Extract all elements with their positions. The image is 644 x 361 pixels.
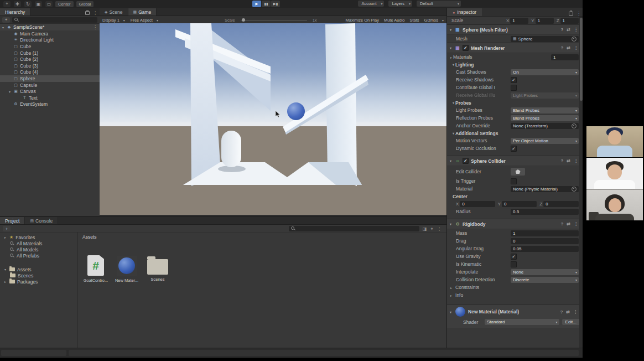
shader-edit-button[interactable]: Edit...	[562, 319, 580, 325]
status-message-area[interactable]	[69, 350, 579, 356]
reflection-probes-dropdown[interactable]: Blend Probes	[511, 115, 579, 121]
edit-collider-button[interactable]	[511, 168, 525, 176]
game-viewport[interactable]	[100, 23, 446, 215]
hierarchy-item-capsule[interactable]: ▢Capsule	[0, 82, 100, 89]
hierarchy-item-canvas[interactable]: ▣Canvas	[0, 88, 100, 95]
mesh-object-field[interactable]: ▦ Sphere	[511, 36, 579, 42]
layers-dropdown[interactable]: Layers	[388, 1, 412, 7]
hierarchy-item-main-camera[interactable]: ◉Main Camera	[0, 30, 100, 37]
help-icon[interactable]: ?	[560, 27, 563, 32]
mesh-filter-header[interactable]: ▦ Sphere (Mesh Filter) ?⇄⋮	[447, 24, 583, 35]
radius-field[interactable]: 0.5	[511, 209, 579, 215]
hidden-packages-icon[interactable]: ⋮	[437, 226, 442, 231]
dynamic-occlusion-checkbox[interactable]: ✓	[511, 146, 517, 152]
preset-icon[interactable]: ⇄	[567, 27, 570, 32]
scene-root-row[interactable]: ◆ SampleScene* ⋮	[0, 24, 100, 30]
use-gravity-checkbox[interactable]: ✓	[511, 254, 517, 260]
tab-project[interactable]: Project	[0, 217, 25, 224]
light-probes-dropdown[interactable]: Blend Probes	[511, 107, 579, 114]
drag-field[interactable]: 0	[511, 238, 579, 244]
pan-tool-icon[interactable]: ⌖	[3, 1, 11, 7]
favorites-group[interactable]: ★ Favorites	[0, 234, 77, 240]
hierarchy-search-input[interactable]	[12, 17, 97, 23]
search-by-label-icon[interactable]: ✦	[430, 226, 434, 231]
hierarchy-item-sphere[interactable]: ▢Sphere	[0, 75, 100, 82]
object-picker-icon[interactable]	[572, 37, 577, 42]
materials-count-field[interactable]: 1	[551, 54, 579, 60]
search-by-type-icon[interactable]: ◨	[423, 226, 427, 231]
asset-new-material[interactable]: New Mater...	[112, 256, 141, 283]
component-enabled-checkbox[interactable]: ✓	[463, 158, 469, 164]
tab-console[interactable]: ▤ Console	[25, 217, 58, 224]
scenes-folder[interactable]: Scenes	[0, 272, 77, 279]
pivot-global-button[interactable]: Global	[76, 1, 94, 7]
hierarchy-item-eventsystem[interactable]: ⚙EventSystem	[0, 101, 100, 108]
scale-y-field[interactable]: 1	[536, 18, 554, 24]
pivot-center-button[interactable]: Center	[55, 1, 74, 7]
scale-slider[interactable]	[241, 20, 307, 20]
kebab-menu-icon[interactable]: ⋮	[93, 11, 97, 16]
mass-field[interactable]: 1	[511, 230, 579, 236]
scale-tool-icon[interactable]: ▣	[35, 1, 42, 7]
stats-button[interactable]: Stats	[409, 18, 419, 23]
motion-vectors-dropdown[interactable]: Per Object Motion	[511, 138, 579, 144]
probes-foldout[interactable]: Probes	[447, 99, 583, 106]
kebab-menu-icon[interactable]: ⋮	[574, 45, 578, 50]
tab-scene[interactable]: ◈ Scene	[100, 8, 128, 16]
interpolate-dropdown[interactable]: None	[511, 269, 579, 275]
additional-settings-foldout[interactable]: Additional Settings	[447, 130, 583, 137]
object-picker-icon[interactable]	[572, 187, 577, 192]
center-x-field[interactable]: 0	[460, 201, 495, 207]
component-enabled-checkbox[interactable]: ✓	[463, 45, 469, 51]
kebab-menu-icon[interactable]: ⋮	[574, 27, 578, 32]
assets-folder-root[interactable]: Assets	[0, 266, 77, 272]
asset-scenes-folder[interactable]: Scenes	[143, 256, 172, 282]
favorites-all-models[interactable]: All Models	[0, 246, 77, 252]
create-button[interactable]: +	[2, 17, 10, 23]
lock-icon[interactable]	[85, 11, 90, 15]
help-icon[interactable]: ?	[560, 221, 563, 226]
hierarchy-item-cube-4[interactable]: ▢Cube (4)	[0, 69, 100, 76]
rect-tool-icon[interactable]: ▭	[45, 1, 53, 7]
is-kinematic-checkbox[interactable]	[511, 261, 517, 267]
kebab-menu-icon[interactable]: ⋮	[93, 25, 97, 30]
physic-material-field[interactable]: None (Physic Material)	[511, 186, 579, 192]
collision-detection-dropdown[interactable]: Discrete	[511, 277, 579, 283]
kebab-menu-icon[interactable]: ⋮	[577, 11, 581, 16]
kebab-menu-icon[interactable]: ⋮	[574, 158, 578, 163]
material-header[interactable]: New Material (Material) ?⇄⋮	[450, 307, 580, 317]
tab-inspector[interactable]: ● Inspector	[447, 8, 482, 16]
account-dropdown[interactable]: Account	[358, 1, 384, 7]
kebab-menu-icon[interactable]: ⋮	[573, 310, 578, 314]
help-icon[interactable]: ?	[560, 310, 563, 314]
lighting-foldout[interactable]: Lighting	[447, 61, 583, 68]
packages-root[interactable]: Packages	[0, 279, 77, 285]
is-trigger-checkbox[interactable]	[511, 178, 517, 184]
hierarchy-item-directional-light[interactable]: ☀Directional Light	[0, 37, 100, 44]
help-icon[interactable]: ?	[560, 158, 563, 163]
hierarchy-item-cube[interactable]: ▢Cube	[0, 43, 100, 50]
materials-foldout[interactable]: Materials	[449, 54, 503, 60]
hierarchy-item-cube-2[interactable]: ▢Cube (2)	[0, 56, 100, 63]
sphere-collider-header[interactable]: ○ ✓ Sphere Collider ?⇄⋮	[447, 156, 583, 166]
step-button[interactable]: ▶▮	[271, 1, 280, 7]
hierarchy-item-text[interactable]: TText	[0, 95, 100, 101]
contribute-gi-checkbox[interactable]	[511, 85, 517, 91]
shader-dropdown[interactable]: Standard	[485, 319, 559, 325]
play-button[interactable]: ▶	[252, 1, 261, 7]
constraints-foldout[interactable]: Constraints	[447, 283, 583, 291]
tab-hierarchy[interactable]: Hierarchy	[0, 8, 30, 16]
display-dropdown[interactable]: Display 1	[102, 18, 125, 23]
tab-game[interactable]: ▦ Game	[128, 8, 157, 16]
asset-goalcontroller-script[interactable]: # GoalContro...	[81, 255, 110, 283]
scale-x-field[interactable]: 1	[510, 18, 528, 24]
hierarchy-item-cube-1[interactable]: ▢Cube (1)	[0, 50, 100, 56]
rotate-tool-icon[interactable]: ↻	[24, 1, 32, 7]
layout-dropdown[interactable]: Default	[417, 1, 461, 7]
gizmos-dropdown[interactable]: Gizmos	[424, 18, 444, 23]
create-asset-button[interactable]: +	[3, 226, 11, 231]
rigidbody-header[interactable]: ⊙ Rigidbody ?⇄⋮	[447, 219, 583, 229]
angular-drag-field[interactable]: 0.05	[511, 246, 579, 252]
lock-icon[interactable]	[569, 12, 573, 16]
info-foldout[interactable]: Info	[447, 291, 583, 299]
